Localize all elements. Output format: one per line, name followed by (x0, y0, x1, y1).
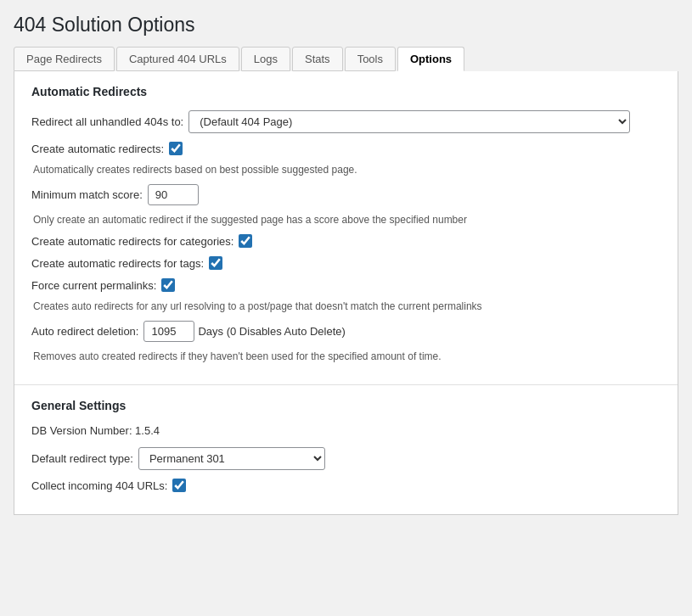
create-auto-checkbox[interactable] (169, 142, 183, 155)
general-settings-section: General Settings DB Version Number: 1.5.… (14, 385, 678, 514)
redirect-type-row: Default redirect type: Permanent 301 Tem… (31, 447, 661, 470)
auto-categories-label: Create automatic redirects for categorie… (31, 235, 233, 248)
collect-404-checkbox[interactable] (172, 479, 186, 492)
auto-deletion-row: Auto redirect deletion: Days (0 Disables… (31, 321, 661, 342)
db-version-label: DB Version Number: 1.5.4 (31, 424, 661, 437)
redirect-type-select[interactable]: Permanent 301 Temporary 302 (138, 447, 325, 470)
tab-logs[interactable]: Logs (241, 47, 290, 71)
create-auto-label: Create automatic redirects: (31, 143, 164, 155)
auto-deletion-hint: Removes auto created redirects if they h… (33, 350, 661, 362)
auto-deletion-input[interactable] (143, 321, 194, 342)
auto-deletion-suffix: Days (0 Disables Auto Delete) (198, 325, 345, 338)
general-settings-title: General Settings (31, 399, 661, 412)
content-area: Automatic Redirects Redirect all unhandl… (14, 71, 678, 515)
min-score-row: Minimum match score: (31, 184, 661, 205)
automatic-redirects-section: Automatic Redirects Redirect all unhandl… (14, 71, 678, 385)
redirect-all-row: Redirect all unhandled 404s to: (Default… (31, 110, 661, 133)
force-permalinks-checkbox[interactable] (161, 278, 175, 292)
create-auto-row: Create automatic redirects: (31, 142, 661, 155)
force-permalinks-hint: Creates auto redirects for any url resol… (33, 300, 661, 312)
tab-stats[interactable]: Stats (292, 47, 343, 71)
auto-tags-row: Create automatic redirects for tags: (31, 256, 661, 270)
automatic-redirects-title: Automatic Redirects (31, 85, 661, 98)
auto-categories-row: Create automatic redirects for categorie… (31, 234, 661, 248)
min-score-hint: Only create an automatic redirect if the… (33, 214, 661, 226)
auto-deletion-label: Auto redirect deletion: (31, 325, 138, 338)
force-permalinks-row: Force current permalinks: (31, 278, 661, 292)
collect-404-label: Collect incoming 404 URLs: (31, 479, 167, 492)
auto-tags-checkbox[interactable] (209, 256, 222, 270)
tab-tools[interactable]: Tools (345, 47, 396, 71)
collect-404-row: Collect incoming 404 URLs: (31, 479, 661, 492)
auto-categories-checkbox[interactable] (239, 234, 252, 248)
redirect-type-label: Default redirect type: (31, 452, 133, 465)
auto-tags-label: Create automatic redirects for tags: (31, 257, 204, 270)
min-score-label: Minimum match score: (31, 188, 143, 201)
force-permalinks-label: Force current permalinks: (31, 279, 156, 292)
page-title: 404 Solution Options (14, 14, 678, 36)
tab-captured-404-urls[interactable]: Captured 404 URLs (116, 47, 239, 71)
create-auto-hint: Automatically creates redirects based on… (33, 164, 661, 176)
redirect-all-label: Redirect all unhandled 404s to: (31, 115, 183, 128)
redirect-all-select[interactable]: (Default 404 Page) (188, 110, 630, 133)
tab-options[interactable]: Options (397, 47, 464, 71)
tab-bar: Page Redirects Captured 404 URLs Logs St… (14, 47, 678, 71)
tab-page-redirects[interactable]: Page Redirects (14, 47, 115, 71)
min-score-input[interactable] (148, 184, 199, 205)
